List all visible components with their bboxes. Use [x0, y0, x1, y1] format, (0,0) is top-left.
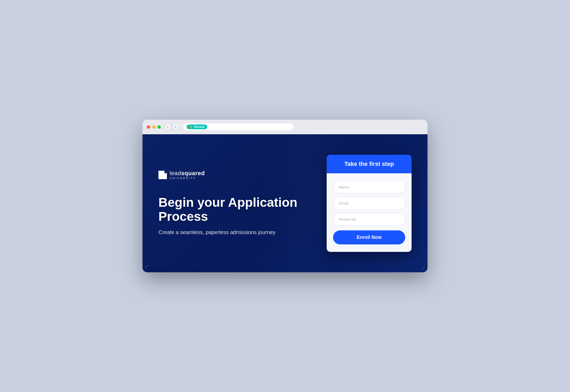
enroll-button[interactable]: Enroll Now: [333, 230, 405, 244]
page-content: leadsquared University Begin your Applic…: [142, 134, 428, 272]
forward-button[interactable]: ›: [172, 123, 179, 131]
email-input[interactable]: [333, 197, 405, 209]
corner-accent-bottom-left: [146, 265, 149, 269]
left-content: leadsquared University Begin your Applic…: [158, 170, 316, 236]
nav-arrows: ‹ ›: [164, 123, 179, 131]
logo-name: leadsquared: [170, 170, 205, 176]
content-wrapper: leadsquared University Begin your Applic…: [142, 144, 428, 262]
traffic-lights: [147, 125, 161, 129]
logo-text: leadsquared University: [170, 170, 205, 180]
browser-window: ‹ › 🔒 Secure leadsquared: [142, 120, 428, 272]
logo-prefix: lead: [170, 170, 181, 176]
form-title: Take the first step: [333, 161, 405, 167]
phone-input[interactable]: [333, 213, 405, 226]
corner-accent-bottom-right: [421, 265, 424, 269]
logo-icon: [158, 171, 167, 179]
minimize-button[interactable]: [152, 125, 156, 129]
form-header: Take the first step: [327, 155, 412, 173]
logo-subtitle: University: [170, 177, 205, 180]
logo-bold: squared: [181, 170, 205, 176]
secure-label: Secure: [194, 125, 205, 129]
maximize-button[interactable]: [157, 125, 161, 129]
back-button[interactable]: ‹: [164, 123, 171, 131]
hero-headline: Begin your Application Process: [158, 196, 316, 224]
secure-badge: 🔒 Secure: [187, 124, 207, 129]
logo-area: leadsquared University: [158, 170, 316, 180]
lock-icon: 🔒: [189, 125, 193, 129]
enrollment-form-card: Take the first step Enroll Now: [327, 155, 412, 252]
close-button[interactable]: [147, 125, 150, 129]
address-bar[interactable]: 🔒 Secure: [183, 123, 294, 131]
browser-titlebar: ‹ › 🔒 Secure: [142, 120, 428, 134]
name-input[interactable]: [333, 181, 405, 193]
hero-subheadline: Create a seamless, paperless admissions …: [158, 228, 316, 236]
form-body: Enroll Now: [327, 173, 412, 252]
